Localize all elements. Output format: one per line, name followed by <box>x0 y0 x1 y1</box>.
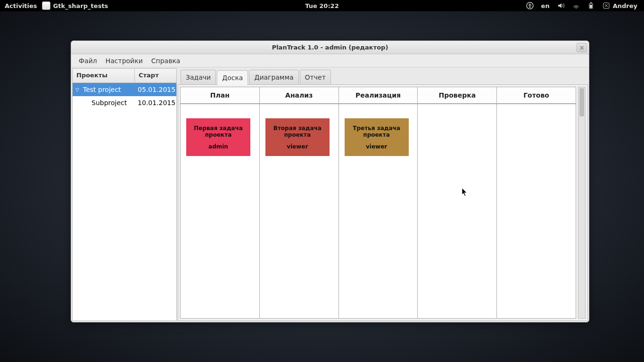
user-unavailable-icon <box>603 2 610 9</box>
battery-icon[interactable] <box>587 2 595 9</box>
task-card[interactable]: Вторая задача проекта viewer <box>265 118 330 156</box>
card-assignee: viewer <box>366 143 387 150</box>
clock[interactable]: Tue 20:22 <box>305 2 339 9</box>
taskbar-app-label: Gtk_sharp_tests <box>53 2 108 9</box>
chevron-down-icon[interactable]: ▽ <box>75 87 81 92</box>
close-button[interactable]: × <box>577 43 587 52</box>
board-column-analysis: Анализ Вторая задача проекта viewer <box>260 87 339 318</box>
tree-row[interactable]: ▽ Test project 05.01.2015 <box>73 83 176 96</box>
column-header: План <box>181 87 259 104</box>
card-title: Первая задача проекта <box>188 125 248 138</box>
card-assignee: viewer <box>287 143 308 150</box>
titlebar[interactable]: PlanTrack 1.0 - admin (редактор) × <box>71 41 589 54</box>
tab-diagram[interactable]: Диаграмма <box>249 70 298 84</box>
card-title: Третья задача проекта <box>347 125 407 138</box>
column-header: Проверка <box>418 87 496 104</box>
tab-pane-board: План Первая задача проекта admin Анализ <box>178 84 588 321</box>
app-icon <box>42 1 50 10</box>
sidebar-header-start[interactable]: Старт <box>135 69 176 82</box>
tab-tasks[interactable]: Задачи <box>181 70 216 84</box>
project-date: 05.01.2015 <box>135 86 176 93</box>
tree-row[interactable]: Subproject 10.01.2015 <box>73 96 176 109</box>
project-name: Subproject <box>91 99 127 107</box>
tabs: Задачи Доска Диаграмма Отчет <box>178 68 588 84</box>
language-indicator[interactable]: en <box>541 2 550 9</box>
volume-icon[interactable] <box>557 2 565 9</box>
kanban-board: План Первая задача проекта admin Анализ <box>180 87 576 319</box>
column-header: Готово <box>497 87 576 104</box>
svg-point-2 <box>576 8 577 8</box>
sidebar-header-projects[interactable]: Проекты <box>73 69 135 82</box>
activities-button[interactable]: Activities <box>5 2 37 9</box>
menu-help[interactable]: Справка <box>148 56 184 66</box>
column-header: Анализ <box>260 87 339 104</box>
close-icon: × <box>579 44 585 51</box>
project-name: Test project <box>83 86 121 93</box>
gnome-topbar: Activities Gtk_sharp_tests Tue 20:22 en … <box>0 0 644 11</box>
board-column-impl: Реализация Третья задача проекта viewer <box>339 87 418 318</box>
sidebar-header: Проекты Старт <box>73 69 176 83</box>
main-area: Задачи Доска Диаграмма Отчет План Первая… <box>178 67 589 322</box>
board-column-plan: План Первая задача проекта admin <box>181 87 260 318</box>
svg-rect-4 <box>590 2 592 3</box>
tab-board[interactable]: Доска <box>217 70 248 85</box>
card-assignee: admin <box>208 143 228 150</box>
window-title: PlanTrack 1.0 - admin (редактор) <box>272 44 388 51</box>
svg-point-1 <box>529 4 530 5</box>
task-card[interactable]: Первая задача проекта admin <box>186 118 250 156</box>
card-title: Вторая задача проекта <box>267 125 328 138</box>
menu-file[interactable]: Файл <box>75 56 101 66</box>
taskbar-app[interactable]: Gtk_sharp_tests <box>42 1 108 10</box>
vertical-scrollbar[interactable] <box>578 87 586 319</box>
accessibility-icon[interactable] <box>526 2 534 9</box>
svg-rect-5 <box>590 5 592 8</box>
user-name: Andrey <box>613 2 637 9</box>
task-card[interactable]: Третья задача проекта viewer <box>345 118 409 156</box>
menu-settings[interactable]: Настройки <box>102 56 147 66</box>
menubar: Файл Настройки Справка <box>71 54 589 67</box>
project-date: 10.01.2015 <box>135 99 176 107</box>
project-sidebar: Проекты Старт ▽ Test project 05.01.2015 … <box>72 68 177 321</box>
tab-report[interactable]: Отчет <box>300 70 331 84</box>
network-icon[interactable] <box>572 2 580 9</box>
user-menu[interactable]: Andrey <box>603 2 637 9</box>
column-header: Реализация <box>339 87 418 104</box>
app-window: PlanTrack 1.0 - admin (редактор) × Файл … <box>71 41 589 322</box>
scrollbar-thumb[interactable] <box>579 88 584 116</box>
board-column-check: Проверка <box>418 87 497 318</box>
board-column-done: Готово <box>497 87 576 318</box>
